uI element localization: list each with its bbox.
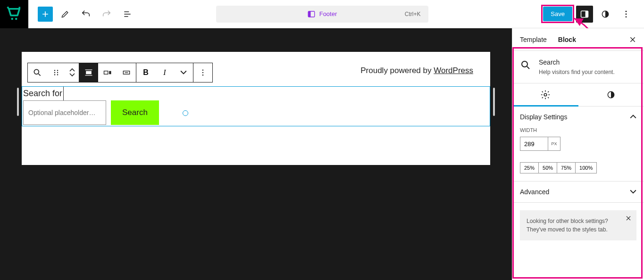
svg-rect-19: [109, 71, 111, 74]
footer-credit[interactable]: Proudly powered by WordPress: [343, 66, 490, 81]
search-label-field[interactable]: Search for: [22, 87, 64, 100]
options-button[interactable]: [618, 6, 635, 23]
block-drag-handle[interactable]: [47, 63, 66, 82]
close-sidebar-button[interactable]: [629, 36, 636, 43]
contrast-icon: [601, 9, 610, 19]
kebab-icon: [199, 68, 207, 77]
chevron-up-icon: [630, 114, 636, 120]
chevron-down-icon: [630, 189, 636, 195]
editor-canvas[interactable]: B I Proudly powered by WordPress Search …: [0, 28, 512, 280]
svg-point-8: [626, 13, 627, 15]
pencil-icon: [60, 9, 70, 19]
italic-button[interactable]: I: [155, 63, 174, 82]
section-display-settings[interactable]: Display Settings: [512, 107, 644, 127]
width-preset-100[interactable]: 100%: [575, 162, 597, 173]
block-options-button[interactable]: [193, 63, 212, 82]
close-icon: [625, 215, 632, 222]
settings-sidebar: Template Block Search Help visitors find…: [512, 28, 644, 280]
bold-icon: B: [143, 68, 149, 77]
svg-point-10: [34, 69, 39, 74]
svg-point-21: [202, 70, 203, 71]
kebab-icon: [621, 9, 631, 19]
button-outside-icon: [103, 68, 112, 77]
tools-button[interactable]: [57, 6, 74, 23]
block-description: Help visitors find your content.: [539, 69, 615, 75]
drag-icon: [52, 68, 60, 77]
redo-button[interactable]: [98, 6, 115, 23]
width-preset-75[interactable]: 75%: [557, 162, 576, 173]
svg-rect-5: [585, 11, 588, 17]
command-center-label: Footer: [319, 10, 337, 17]
svg-point-24: [522, 61, 527, 67]
width-preset-25[interactable]: 25%: [520, 162, 539, 173]
command-center[interactable]: Footer Ctrl+K: [216, 6, 428, 23]
gear-icon: [540, 90, 551, 100]
search-icon: [33, 68, 42, 77]
chevron-down-icon: [180, 69, 187, 76]
width-label: WIDTH: [520, 127, 636, 133]
block-move-buttons[interactable]: [66, 63, 79, 82]
button-position-button[interactable]: [98, 63, 117, 82]
layout-icon: [307, 10, 316, 18]
svg-point-25: [544, 93, 547, 96]
align-none-button[interactable]: [79, 63, 98, 82]
search-icon: [520, 59, 531, 71]
add-block-button[interactable]: [38, 7, 53, 22]
svg-point-13: [54, 72, 55, 73]
resize-handle-right[interactable]: [493, 88, 495, 116]
close-icon: [629, 36, 636, 43]
save-button[interactable]: Save: [543, 7, 572, 21]
cart-logo-icon: [6, 6, 22, 22]
section-advanced[interactable]: Advanced: [512, 181, 644, 202]
svg-rect-18: [104, 71, 108, 74]
chevron-up-icon: [69, 68, 75, 73]
settings-sidebar-toggle[interactable]: [576, 6, 593, 23]
contrast-icon: [606, 90, 616, 99]
search-placeholder-field[interactable]: [23, 100, 106, 125]
undo-button[interactable]: [77, 6, 94, 23]
footer-template-area[interactable]: B I Proudly powered by WordPress Search …: [22, 52, 490, 165]
bold-button[interactable]: B: [136, 63, 155, 82]
block-type-button[interactable]: [28, 63, 47, 82]
width-presets: 25% 50% 75% 100%: [520, 162, 636, 173]
block-toolbar: B I: [27, 63, 213, 82]
button-text-icon: [122, 68, 131, 77]
dismiss-notice-button[interactable]: [625, 215, 632, 222]
svg-point-9: [626, 16, 627, 17]
block-title: Search: [539, 58, 615, 66]
svg-point-1: [15, 17, 17, 20]
resize-handle-left[interactable]: [17, 88, 19, 116]
search-block[interactable]: Search for Search: [22, 86, 490, 126]
width-input[interactable]: [520, 137, 548, 151]
subtab-styles[interactable]: [578, 83, 644, 106]
redo-icon: [101, 9, 112, 19]
styles-button[interactable]: [597, 6, 614, 23]
svg-point-0: [11, 17, 13, 20]
plus-icon: [41, 9, 50, 19]
width-preset-50[interactable]: 50%: [538, 162, 557, 173]
svg-point-22: [202, 72, 203, 73]
site-logo[interactable]: [0, 0, 28, 28]
svg-point-23: [202, 74, 203, 75]
more-formatting-button[interactable]: [174, 63, 193, 82]
tab-block[interactable]: Block: [558, 28, 576, 51]
wordpress-link[interactable]: WordPress: [434, 66, 473, 75]
sidebar-icon: [580, 9, 589, 19]
tab-template[interactable]: Template: [520, 28, 547, 51]
document-overview-button[interactable]: [119, 6, 136, 23]
styles-moved-notice: Looking for other block settings? They'v…: [520, 210, 636, 240]
svg-rect-3: [308, 11, 310, 17]
width-resize-handle[interactable]: [183, 110, 188, 116]
search-submit-button[interactable]: Search: [111, 100, 159, 125]
block-card: Search Help visitors find your content.: [512, 51, 644, 83]
top-toolbar: Footer Ctrl+K Save: [0, 0, 644, 28]
svg-point-7: [626, 10, 627, 12]
button-label-toggle[interactable]: [117, 63, 136, 82]
subtab-settings[interactable]: [512, 83, 578, 106]
undo-icon: [81, 9, 91, 19]
svg-point-12: [57, 70, 58, 71]
width-unit-selector[interactable]: PX: [548, 137, 560, 151]
svg-rect-17: [86, 71, 92, 74]
svg-point-16: [57, 74, 58, 75]
command-shortcut: Ctrl+K: [405, 11, 421, 17]
